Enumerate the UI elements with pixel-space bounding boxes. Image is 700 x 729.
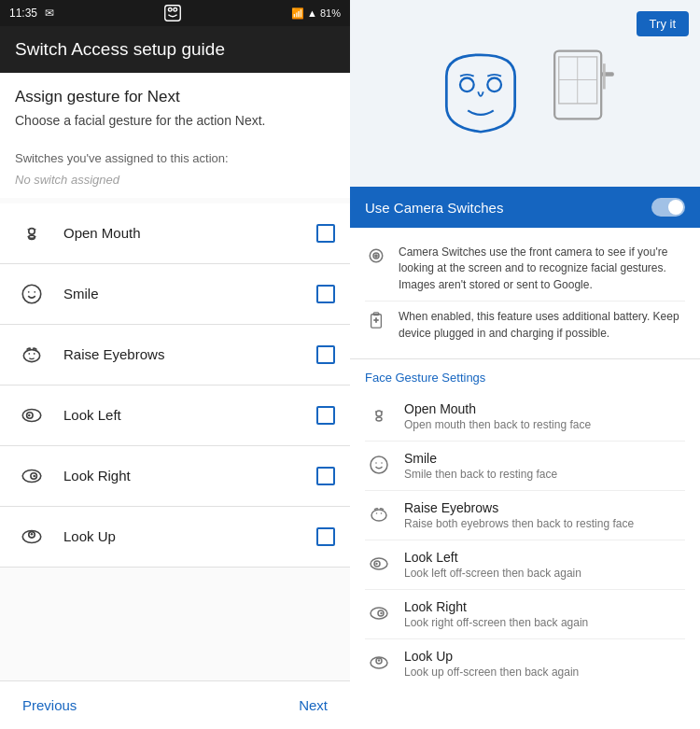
gesture-item-look-right[interactable]: Look Right bbox=[0, 446, 350, 507]
svg-point-46 bbox=[381, 512, 383, 514]
content-area[interactable]: Assign gesture for Next Choose a facial … bbox=[0, 73, 350, 680]
fg-look-left-text: Look Left Look left off-screen then back… bbox=[404, 550, 685, 580]
gesture-raise-eyebrows-checkbox[interactable] bbox=[316, 345, 335, 364]
svg-point-1 bbox=[174, 8, 177, 12]
face-gesture-settings-title: Face Gesture Settings bbox=[365, 359, 685, 392]
gesture-look-right-label: Look Right bbox=[63, 468, 316, 484]
signal-icon: ▲ bbox=[307, 7, 317, 19]
svg-point-9 bbox=[34, 291, 35, 293]
svg-point-12 bbox=[34, 353, 35, 355]
face-gesture-smile: Smile Smile then back to resting face bbox=[365, 442, 685, 491]
camera-switch-bar: Use Camera Switches bbox=[350, 187, 700, 228]
face-gesture-raise-eyebrows: Raise Eyebrows Raise both eyebrows then … bbox=[365, 491, 685, 540]
assign-title: Assign gesture for Next bbox=[15, 88, 335, 106]
gesture-smile-checkbox[interactable] bbox=[316, 285, 335, 303]
fg-smile-name: Smile bbox=[404, 451, 685, 466]
left-panel: 11:35 ✉ 📶 ▲ 81% Switch Access setup guid… bbox=[0, 0, 350, 729]
svg-rect-2 bbox=[165, 6, 181, 21]
fg-open-mouth-name: Open Mouth bbox=[404, 401, 685, 416]
camera-switch-toggle[interactable] bbox=[651, 198, 685, 217]
svg-point-41 bbox=[371, 456, 387, 473]
svg-point-21 bbox=[31, 533, 34, 536]
fg-raise-eyebrows-icon bbox=[365, 500, 393, 528]
no-switch-text: No switch assigned bbox=[15, 169, 335, 194]
svg-point-16 bbox=[22, 470, 41, 482]
gesture-open-mouth-checkbox[interactable] bbox=[316, 224, 335, 243]
app-header-title: Switch Access setup guide bbox=[15, 39, 335, 60]
svg-point-3 bbox=[29, 228, 35, 234]
look-right-icon bbox=[15, 459, 49, 493]
assign-section: Assign gesture for Next Choose a facial … bbox=[0, 73, 350, 138]
gesture-look-right-checkbox[interactable] bbox=[316, 467, 335, 485]
gesture-item-look-up[interactable]: Look Up bbox=[0, 507, 350, 568]
svg-point-42 bbox=[375, 462, 377, 464]
info-row-battery: When enabled, this feature uses addition… bbox=[365, 301, 685, 349]
svg-point-13 bbox=[22, 409, 41, 421]
svg-point-8 bbox=[28, 291, 30, 293]
raise-eyebrows-icon bbox=[15, 338, 49, 372]
gesture-look-left-label: Look Left bbox=[63, 407, 316, 423]
svg-point-53 bbox=[371, 657, 387, 668]
gesture-item-smile[interactable]: Smile bbox=[0, 264, 350, 325]
open-mouth-icon bbox=[15, 217, 49, 250]
gesture-raise-eyebrows-label: Raise Eyebrows bbox=[63, 346, 316, 362]
fg-look-left-icon bbox=[365, 550, 393, 578]
svg-point-32 bbox=[375, 255, 377, 257]
fg-open-mouth-text: Open Mouth Open mouth then back to resti… bbox=[404, 401, 685, 431]
gesture-open-mouth-label: Open Mouth bbox=[63, 225, 316, 241]
status-bar-left: 11:35 ✉ bbox=[9, 7, 54, 20]
switches-section: Switches you've assigned to this action:… bbox=[0, 138, 350, 198]
svg-point-50 bbox=[371, 608, 387, 619]
fg-look-up-desc: Look up off-screen then back again bbox=[404, 666, 685, 679]
gesture-item-open-mouth[interactable]: Open Mouth bbox=[0, 203, 350, 264]
fg-look-left-desc: Look left off-screen then back again bbox=[404, 567, 685, 580]
face-gesture-open-mouth: Open Mouth Open mouth then back to resti… bbox=[365, 392, 685, 442]
battery-display: 81% bbox=[320, 7, 341, 19]
svg-point-7 bbox=[22, 285, 41, 303]
try-it-button[interactable]: Try it bbox=[637, 11, 689, 36]
info-section: Camera Switches use the front camera to … bbox=[350, 228, 700, 359]
bottom-nav: Previous Next bbox=[0, 680, 350, 729]
svg-point-23 bbox=[487, 78, 501, 92]
gesture-smile-label: Smile bbox=[63, 286, 316, 301]
svg-point-47 bbox=[371, 558, 387, 569]
camera-info-icon bbox=[365, 245, 387, 267]
previous-button[interactable]: Previous bbox=[22, 690, 77, 721]
fg-look-up-text: Look Up Look up off-screen then back aga… bbox=[404, 649, 685, 679]
fg-raise-eyebrows-text: Raise Eyebrows Raise both eyebrows then … bbox=[404, 500, 685, 530]
fg-open-mouth-icon bbox=[365, 401, 393, 429]
gesture-look-up-checkbox[interactable] bbox=[316, 527, 335, 546]
fg-look-right-name: Look Right bbox=[404, 599, 685, 614]
smile-icon bbox=[15, 277, 49, 311]
illustration-area: Try it bbox=[350, 0, 700, 187]
svg-rect-24 bbox=[554, 51, 601, 119]
svg-point-5 bbox=[35, 229, 36, 231]
gesture-list: Open Mouth Smile bbox=[0, 203, 350, 568]
svg-point-18 bbox=[33, 474, 35, 477]
face-gesture-look-up: Look Up Look up off-screen then back aga… bbox=[365, 639, 685, 688]
svg-point-44 bbox=[371, 510, 386, 521]
fg-look-up-name: Look Up bbox=[404, 649, 685, 664]
svg-point-19 bbox=[22, 530, 41, 542]
svg-point-10 bbox=[23, 349, 39, 361]
fg-look-right-desc: Look right off-screen then back again bbox=[404, 616, 685, 629]
app-icon bbox=[162, 3, 183, 23]
battery-info-text: When enabled, this feature uses addition… bbox=[399, 309, 685, 342]
status-bar: 11:35 ✉ 📶 ▲ 81% bbox=[0, 0, 350, 26]
switches-label: Switches you've assigned to this action: bbox=[15, 151, 335, 165]
fg-smile-desc: Smile then back to resting face bbox=[404, 468, 685, 481]
gesture-item-raise-eyebrows[interactable]: Raise Eyebrows bbox=[0, 325, 350, 386]
app-header: Switch Access setup guide bbox=[0, 26, 350, 73]
status-bar-right: 📶 ▲ 81% bbox=[291, 7, 341, 20]
fg-raise-eyebrows-name: Raise Eyebrows bbox=[404, 500, 685, 515]
gesture-look-left-checkbox[interactable] bbox=[316, 406, 335, 425]
next-button[interactable]: Next bbox=[299, 690, 328, 721]
fg-open-mouth-desc: Open mouth then back to resting face bbox=[404, 418, 685, 431]
fg-raise-eyebrows-desc: Raise both eyebrows then back to resting… bbox=[404, 517, 685, 530]
time-display: 11:35 bbox=[9, 7, 37, 20]
face-gesture-section[interactable]: Face Gesture Settings Open Mouth Open mo… bbox=[350, 359, 700, 729]
look-left-icon bbox=[15, 399, 49, 432]
svg-point-0 bbox=[168, 8, 172, 12]
info-row-camera: Camera Switches use the front camera to … bbox=[365, 237, 685, 301]
gesture-item-look-left[interactable]: Look Left bbox=[0, 386, 350, 446]
